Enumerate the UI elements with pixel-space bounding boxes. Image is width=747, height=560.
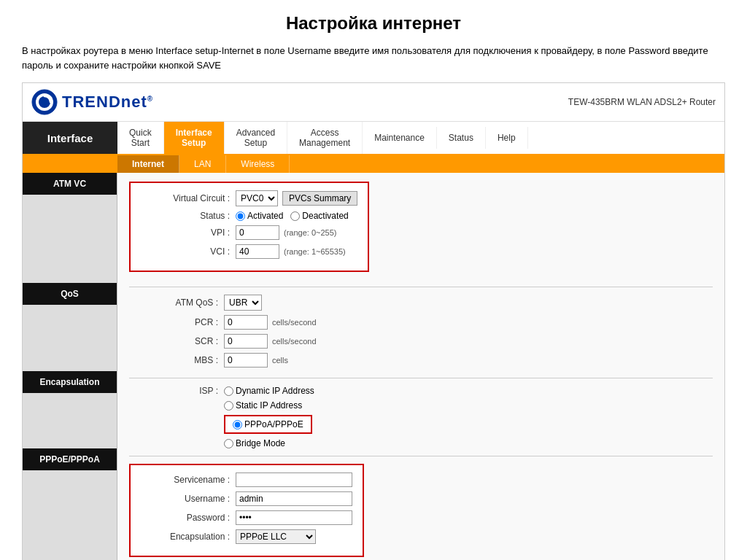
content-sidebar: ATM VC QoS Encapsulation PPPoE/PPPoA xyxy=(23,173,117,560)
servicename-row: Servicename : xyxy=(141,472,352,487)
tab-status[interactable]: Status xyxy=(437,127,486,149)
mbs-hint: cells xyxy=(272,356,288,365)
vpi-input[interactable] xyxy=(236,225,279,240)
isp-dynamic-option[interactable]: Dynamic IP Address xyxy=(224,386,314,396)
servicename-label: Servicename : xyxy=(141,475,236,485)
status-radio-group: Activated Deactivated xyxy=(236,211,349,221)
virtual-circuit-label: Virtual Circuit : xyxy=(141,193,236,203)
brand-bar: TRENDnet® TEW-435BRM WLAN ADSL2+ Router xyxy=(23,83,724,122)
brand-name: TRENDnet® xyxy=(62,93,153,112)
isp-static-option[interactable]: Static IP Address xyxy=(224,400,302,411)
vci-row: VCI : (range: 1~65535) xyxy=(141,244,357,259)
tab-maintenance[interactable]: Maintenance xyxy=(363,127,437,149)
tab-advanced-setup[interactable]: AdvancedSetup xyxy=(225,122,287,154)
username-input[interactable] xyxy=(236,491,352,506)
pcr-label: PCR : xyxy=(129,317,224,327)
status-label: Status : xyxy=(141,211,236,221)
isp-pppoe-option[interactable]: PPPoA/PPPoE xyxy=(233,419,303,429)
isp-static-radio[interactable] xyxy=(224,401,233,411)
virtual-circuit-select[interactable]: PVC0 xyxy=(236,190,278,206)
tab-quick-start[interactable]: QuickStart xyxy=(117,122,164,154)
content-main: Virtual Circuit : PVC0 PVCs Summary Stat… xyxy=(117,173,724,560)
isp-dynamic-label: Dynamic IP Address xyxy=(236,386,314,396)
encapsulation-label: Encapsulation : xyxy=(141,532,236,542)
servicename-input[interactable] xyxy=(236,472,352,487)
vpi-row: VPI : (range: 0~255) xyxy=(141,225,357,240)
status-deactivated-option[interactable]: Deactivated xyxy=(290,211,348,221)
virtual-circuit-row: Virtual Circuit : PVC0 PVCs Summary xyxy=(141,190,357,206)
isp-bridge-label: Bridge Mode xyxy=(236,438,285,448)
isp-label: ISP : xyxy=(129,386,224,396)
nav-tabs: QuickStart InterfaceSetup AdvancedSetup … xyxy=(117,122,724,154)
page-header: Настройка интернет xyxy=(0,0,747,39)
isp-dynamic-radio[interactable] xyxy=(224,386,233,396)
isp-bridge-option[interactable]: Bridge Mode xyxy=(224,438,285,448)
trendnet-logo-icon xyxy=(31,89,58,115)
nav-bar: Interface QuickStart InterfaceSetup Adva… xyxy=(23,122,724,155)
tab-access-management[interactable]: AccessManagement xyxy=(287,122,363,154)
tab-interface-setup[interactable]: InterfaceSetup xyxy=(164,122,225,154)
status-deactivated-radio[interactable] xyxy=(290,211,300,221)
content-area: ATM VC QoS Encapsulation PPPoE/PPPoA Vir… xyxy=(23,173,724,560)
sub-tab-internet[interactable]: Internet xyxy=(117,155,179,173)
sub-tab-wireless[interactable]: Wireless xyxy=(226,155,290,173)
encapsulation-select[interactable]: PPPoE LLC PPPoE VC-Mux PPPoA LLC PPPoA V… xyxy=(236,529,316,544)
sidebar-atm-vc: ATM VC xyxy=(23,173,117,195)
qos-section: ATM QoS : UBR CBR VBR PCR : cells/second… xyxy=(129,295,713,368)
status-activated-label: Activated xyxy=(247,211,283,221)
status-row: Status : Activated Deactivated xyxy=(141,211,357,221)
scr-hint: cells/second xyxy=(272,337,317,346)
sub-tabs: Internet LAN Wireless xyxy=(23,155,724,173)
page-description: В настройках роутера в меню Interface se… xyxy=(0,39,747,82)
page-title: Настройка интернет xyxy=(0,13,747,34)
sub-tab-lan[interactable]: LAN xyxy=(179,155,226,173)
atm-vc-section: Virtual Circuit : PVC0 PVCs Summary Stat… xyxy=(129,182,713,276)
username-row: Username : xyxy=(141,491,352,506)
password-label: Password : xyxy=(141,513,236,523)
status-deactivated-label: Deactivated xyxy=(302,211,348,221)
pcr-input[interactable] xyxy=(224,315,268,330)
brand-logo: TRENDnet® xyxy=(31,89,153,115)
tab-help[interactable]: Help xyxy=(486,127,528,149)
pcr-row: PCR : cells/second xyxy=(129,315,713,330)
atm-qos-select[interactable]: UBR CBR VBR xyxy=(224,295,262,311)
status-activated-radio[interactable] xyxy=(236,211,245,221)
vpi-hint: (range: 0~255) xyxy=(284,228,336,237)
pppoe-section: Servicename : Username : Password : xyxy=(129,464,713,560)
encapsulation-row: Encapsulation : PPPoE LLC PPPoE VC-Mux P… xyxy=(141,529,352,544)
vci-label: VCI : xyxy=(141,246,236,257)
isp-bridge-row: Bridge Mode xyxy=(129,438,713,448)
isp-static-row: Static IP Address xyxy=(129,400,713,411)
atm-qos-row: ATM QoS : UBR CBR VBR xyxy=(129,295,713,311)
username-label: Username : xyxy=(141,494,236,504)
router-model: TEW-435BRM WLAN ADSL2+ Router xyxy=(568,97,716,107)
pvcs-summary-button[interactable]: PVCs Summary xyxy=(282,191,357,206)
sidebar-encapsulation: Encapsulation xyxy=(23,371,117,393)
pcr-hint: cells/second xyxy=(272,318,317,327)
mbs-input[interactable] xyxy=(224,353,268,368)
scr-label: SCR : xyxy=(129,336,224,346)
sidebar-pppoe: PPPoE/PPPoA xyxy=(23,448,117,470)
vpi-label: VPI : xyxy=(141,228,236,238)
isp-static-label: Static IP Address xyxy=(236,400,302,411)
isp-pppoe-radio[interactable] xyxy=(233,420,242,429)
mbs-row: MBS : cells xyxy=(129,353,713,368)
vci-input[interactable] xyxy=(236,244,279,259)
password-input[interactable] xyxy=(236,510,352,525)
scr-input[interactable] xyxy=(224,334,268,349)
mbs-label: MBS : xyxy=(129,355,224,365)
vci-hint: (range: 1~65535) xyxy=(284,247,346,256)
atm-qos-label: ATM QoS : xyxy=(129,298,224,308)
nav-interface-label: Interface xyxy=(23,122,117,154)
isp-bridge-radio[interactable] xyxy=(224,439,233,448)
status-activated-option[interactable]: Activated xyxy=(236,211,283,221)
isp-dynamic-row: ISP : Dynamic IP Address xyxy=(129,386,713,396)
isp-pppoe-label: PPPoA/PPPoE xyxy=(244,419,303,429)
scr-row: SCR : cells/second xyxy=(129,334,713,349)
password-row: Password : xyxy=(141,510,352,525)
sidebar-qos: QoS xyxy=(23,283,117,305)
encap-section: ISP : Dynamic IP Address Static IP Addre… xyxy=(129,386,713,448)
router-ui: TRENDnet® TEW-435BRM WLAN ADSL2+ Router … xyxy=(22,82,725,560)
isp-pppoe-row: PPPoA/PPPoE xyxy=(129,415,713,434)
